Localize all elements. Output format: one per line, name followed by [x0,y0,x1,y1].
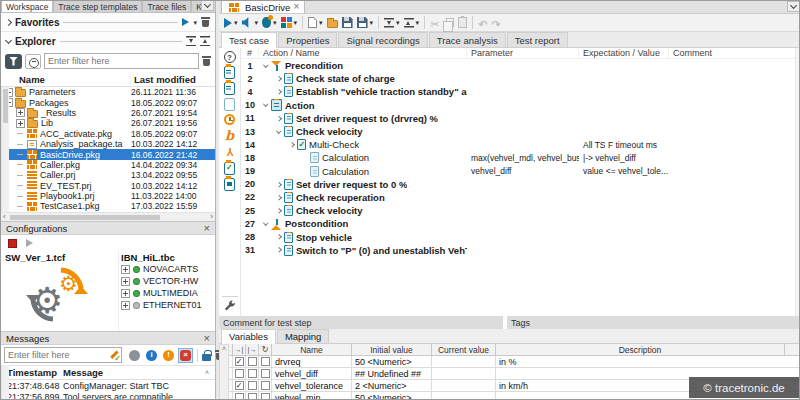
tags-bar[interactable]: Tags [507,316,799,329]
stop-configuration-button[interactable] [8,239,17,248]
checkbox-checked[interactable]: ✓ [235,357,244,366]
test-step-row[interactable]: 13Check velocity [241,125,795,138]
workspace-tab-trace-files[interactable]: Trace files [142,1,191,12]
tab-trace-analysis[interactable]: Trace analysis [429,32,506,47]
delete-favorite-icon[interactable] [201,17,210,27]
scrollbar-thumb[interactable] [10,215,160,220]
tab-mapping[interactable]: Mapping [277,329,329,343]
checkbox-unchecked[interactable] [235,393,244,400]
collapse-icon[interactable] [261,104,270,106]
expand-icon[interactable] [16,119,25,128]
explorer-hscrollbar[interactable]: ‹ › [1,212,215,221]
test-step-row[interactable]: 28Stop vehicle [241,230,795,243]
junction-step-icon[interactable] [222,145,238,159]
close-icon[interactable]: × [204,224,210,232]
checkbox-unchecked[interactable] [248,369,257,378]
test-step-row[interactable]: 2Check state of charge [241,72,795,85]
checkbox-unchecked[interactable] [235,369,244,378]
dropdown-caret-icon[interactable]: ▾ [294,19,298,26]
checkbox-unchecked[interactable] [261,381,270,390]
workspace-tab-keyw[interactable]: Keyw [191,1,201,12]
dropdown-caret-icon[interactable]: ▾ [193,19,197,26]
debug-run-button[interactable]: ▾ [260,15,279,31]
refresh-icon[interactable] [259,344,272,355]
expand-icon[interactable] [121,289,130,298]
messages-filter-input[interactable] [4,347,122,363]
column-header-number[interactable]: # [241,48,259,58]
steps-vscrollbar[interactable] [795,48,800,316]
tree-item-caller-prj[interactable]: Caller.prj13.04.2022 09:55 [1,170,215,180]
warning-level-icon[interactable]: ! [161,348,176,363]
expand-icon[interactable] [274,235,283,239]
tab-test-report[interactable]: Test report [507,32,568,47]
new-file-button[interactable]: ▾ [306,15,325,31]
favorites-section-header[interactable]: Favorites ▾ [1,13,215,32]
tool-server-vector-hw[interactable]: VECTOR-HW [121,275,213,287]
column-header-message[interactable]: Message [63,367,205,378]
help-icon[interactable] [224,51,236,63]
column-header-expectation[interactable]: Expectation / Value [579,48,669,58]
expand-icon[interactable] [274,196,283,200]
tcf-name[interactable]: SW_Ver_1.tcf [5,252,114,263]
wait-step-icon[interactable] [224,114,235,125]
lock-icon[interactable] [202,354,211,361]
run-analysis-button[interactable]: ▾ [240,15,261,31]
close-icon[interactable]: × [293,3,299,11]
checkbox-unchecked[interactable] [261,369,270,378]
tab-properties[interactable]: Properties [278,32,337,47]
variables-vscrollbar[interactable]: ˄ [219,344,229,400]
test-step-row[interactable]: 10Action [241,99,795,112]
arrow-out-icon[interactable] [246,344,259,355]
info-level-icon[interactable]: i [144,348,159,363]
test-step-row[interactable]: 27Postcondition [241,217,795,230]
test-step-row[interactable]: 31Switch to "P" (0) and unestablish VehT… [241,244,795,257]
trigger-step-icon[interactable] [222,128,238,142]
save-all-button[interactable]: ▾ [355,15,376,31]
scroll-right-icon[interactable]: › [208,213,215,221]
tree-item-ev-test-prj[interactable]: EV_TEST.prj10.03.2022 14:12 [1,181,215,191]
explorer-vscrollbar[interactable] [1,87,9,212]
dropdown-caret-icon[interactable]: ▾ [416,19,420,26]
close-icon[interactable]: × [204,334,210,342]
empty-block-icon[interactable] [224,98,235,111]
comment-bar[interactable]: Comment for test step [219,316,503,329]
collapse-icon[interactable] [261,223,270,225]
tree-item-acc-activate-pkg[interactable]: ACC_activate.pkg18.05.2022 09:07 [1,129,215,139]
explorer-section-header[interactable]: Explorer [1,32,215,50]
tree-item-playbook1-prj[interactable]: Playbook1.prj11.03.2022 14:00 [1,191,215,201]
checkbox-unchecked[interactable] [248,357,257,366]
tree-item-testcase1-pkg[interactable]: TestCase1.pkg17.03.2022 15:59 [1,201,215,211]
clear-filter-icon[interactable] [25,54,41,69]
open-file-button[interactable] [325,15,340,31]
tbc-name[interactable]: IBN_HiL.tbc [121,252,213,263]
run-test-button[interactable]: ▾ [222,15,240,31]
check-step-icon[interactable] [224,162,235,175]
save-button[interactable] [340,15,355,31]
edit-filter-icon[interactable]: ✓ [108,349,120,361]
tab-overflow-button[interactable] [201,1,214,11]
column-header-action-name[interactable]: Action / Name [259,48,467,58]
collapse-icon[interactable] [261,65,270,67]
expand-icon[interactable] [16,108,25,117]
checkbox-unchecked[interactable] [261,393,270,400]
test-step-row[interactable]: 14Multi-CheckAll TS F timeout ms [241,138,795,151]
document-tab-overflow-button[interactable] [787,1,800,12]
tree-item-caller-pkg[interactable]: Caller.pkg14.04.2022 09:34 [1,160,215,170]
column-header-timestamp[interactable]: Timestamp [1,367,63,378]
messages-vscrollbar[interactable] [1,365,9,400]
expand-steps-button[interactable]: ▾ [402,15,422,31]
checkbox-checked[interactable]: ✓ [235,381,244,390]
filter-icon[interactable] [5,54,22,69]
tree-item-results[interactable]: _Results26.07.2021 19:54 [1,108,215,118]
workspace-tab-workspace[interactable]: Workspace [1,1,53,12]
test-step-icon[interactable] [224,66,235,79]
collapse-icon[interactable] [274,131,283,133]
collapse-all-icon[interactable] [186,36,196,46]
wrench-icon[interactable] [224,300,236,312]
checkbox-unchecked[interactable] [248,393,257,400]
test-step-row[interactable]: 22Check recuperation [241,191,795,204]
error-level-icon[interactable]: × [178,348,193,363]
test-step-row[interactable]: 18Calculationmax(vehvel_mdl, vehvel_bus,… [241,151,795,164]
tree-item-packages[interactable]: Packages18.05.2022 09:07 [1,97,215,107]
test-step-row[interactable]: 25Check velocity [241,204,795,217]
